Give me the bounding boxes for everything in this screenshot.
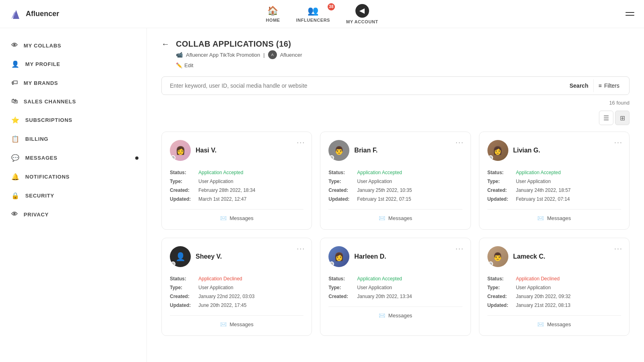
created-value: January 24th 2022, 18:57 — [516, 187, 571, 194]
card-menu-harleen-d[interactable]: ··· — [456, 245, 464, 253]
status-value: Application Accepted — [516, 169, 561, 176]
card-menu-brian-f[interactable]: ··· — [456, 138, 464, 147]
status-row: Status: Application Accepted — [170, 169, 303, 176]
status-value: Application Declined — [198, 275, 242, 282]
messages-icon: 💬 — [11, 154, 20, 162]
home-icon: 🏠 — [267, 6, 279, 16]
status-value: Application Accepted — [198, 169, 243, 176]
card-user-hasi-v: 👩 Hasi V. — [170, 140, 303, 161]
card-name-harleen-d: Harleen D. — [354, 253, 386, 260]
card-menu-hasi-v[interactable]: ··· — [297, 138, 305, 147]
created-value: February 28th 2022, 18:34 — [198, 187, 255, 194]
status-dot-hasi-v — [171, 155, 175, 160]
subscriptions-icon: ⭐ — [11, 116, 20, 124]
sidebar-item-notifications[interactable]: 🔔 NOTIFICATIONS — [0, 167, 147, 186]
sidebar: 👁 MY COLLABS 👤 MY PROFILE 🏷 MY BRANDS 🛍 … — [0, 28, 147, 362]
filter-button[interactable]: ≡ Filters — [593, 79, 624, 92]
card-name-lameck-c: Lameck C. — [513, 253, 545, 260]
updated-value: February 1st 2022, 07:15 — [357, 195, 411, 203]
view-toggle: ☰ ⊞ — [161, 111, 630, 125]
created-label: Created: — [170, 293, 196, 300]
card-name-brian-f: Brian F. — [354, 147, 378, 154]
type-value: User Application — [198, 178, 233, 185]
search-input[interactable] — [167, 77, 565, 95]
status-row: Status: Application Accepted — [328, 275, 462, 282]
status-label: Status: — [328, 169, 355, 176]
created-label: Created: — [487, 293, 514, 300]
collab-icon: 📹 — [176, 51, 183, 58]
updated-row: Updated: June 20th 2022, 17:45 — [170, 302, 303, 309]
billing-icon: 📋 — [11, 135, 20, 143]
logo[interactable]: Afluencer — [10, 8, 59, 21]
search-bar: Search ≡ Filters — [161, 76, 630, 95]
status-value: Application Declined — [516, 275, 560, 282]
nav-home[interactable]: 🏠 HOME — [266, 6, 280, 23]
status-label: Status: — [487, 275, 514, 282]
my-collabs-icon: 👁 — [11, 42, 18, 49]
search-button[interactable]: Search — [565, 79, 593, 92]
main-content: ← COLLAB APPLICATIONS (16) 📹 Afluencer A… — [147, 28, 644, 362]
sidebar-item-security[interactable]: 🔒 SECURITY — [0, 186, 147, 205]
card-info-harleen-d: Status: Application Accepted Type: User … — [328, 275, 462, 300]
status-row: Status: Application Accepted — [328, 169, 462, 176]
status-dot-sheey-v — [171, 261, 175, 266]
messages-icon-sheey-v: ✉️ — [220, 321, 227, 327]
sidebar-item-my-collabs[interactable]: 👁 MY COLLABS — [0, 36, 147, 55]
nav-influencers[interactable]: 38 👥 INFLUENCERS — [296, 6, 330, 23]
sidebar-item-subscriptions[interactable]: ⭐ SUBSCRIPTIONS — [0, 111, 147, 130]
card-avatar-lameck-c: 👨 — [487, 246, 508, 267]
type-label: Type: — [328, 284, 355, 291]
sidebar-label-my-brands: MY BRANDS — [24, 80, 58, 86]
influencers-icon: 👥 — [308, 6, 319, 16]
status-dot-lameck-c — [488, 261, 493, 266]
card-sheey-v: ··· 👤 Sheey V. Status: Application Decli… — [161, 238, 312, 336]
card-messages-livian-g[interactable]: ✉️ Messages — [487, 209, 621, 221]
page-header: ← COLLAB APPLICATIONS (16) — [161, 39, 630, 49]
messages-label-livian-g: Messages — [547, 215, 571, 221]
type-label: Type: — [487, 284, 514, 291]
status-label: Status: — [487, 169, 514, 176]
type-value: User Application — [516, 178, 551, 185]
card-messages-hasi-v[interactable]: ✉️ Messages — [170, 209, 303, 221]
status-dot-livian-g — [488, 155, 493, 160]
privacy-icon: 👁 — [11, 211, 18, 218]
grid-view-button[interactable]: ⊞ — [615, 111, 630, 125]
updated-label: Updated: — [328, 195, 355, 203]
card-messages-sheey-v[interactable]: ✉️ Messages — [170, 315, 303, 327]
card-lameck-c: ··· 👨 Lameck C. Status: Application Decl… — [479, 238, 630, 336]
type-row: Type: User Application — [170, 178, 303, 185]
type-label: Type: — [328, 178, 355, 185]
top-nav: Afluencer 🏠 HOME 38 👥 INFLUENCERS ◀ MY A… — [0, 0, 644, 28]
filter-label: Filters — [604, 82, 619, 89]
edit-link[interactable]: ✏️ Edit — [176, 62, 630, 68]
list-view-button[interactable]: ☰ — [599, 111, 613, 125]
back-button[interactable]: ← — [161, 39, 169, 49]
card-messages-lameck-c[interactable]: ✉️ Messages — [487, 315, 621, 327]
updated-value: January 21st 2022, 08:13 — [516, 302, 570, 309]
sidebar-item-privacy[interactable]: 👁 PRIVACY — [0, 205, 147, 224]
card-menu-lameck-c[interactable]: ··· — [614, 245, 623, 253]
card-brian-f: ··· 👨 Brian F. Status: Application Accep… — [320, 132, 471, 230]
updated-row: Updated: February 1st 2022, 07:15 — [328, 195, 462, 203]
hamburger-menu[interactable] — [625, 12, 634, 16]
type-value: User Application — [357, 284, 392, 291]
sidebar-item-my-profile[interactable]: 👤 MY PROFILE — [0, 55, 147, 74]
card-messages-brian-f[interactable]: ✉️ Messages — [328, 209, 462, 221]
created-value: January 22nd 2022, 03:03 — [198, 293, 254, 300]
sidebar-label-subscriptions: SUBSCRIPTIONS — [25, 117, 72, 123]
nav-my-account[interactable]: ◀ MY ACCOUNT — [346, 4, 378, 24]
page-title: COLLAB APPLICATIONS (16) — [176, 39, 291, 49]
card-avatar-sheey-v: 👤 — [170, 246, 191, 267]
sidebar-label-my-collabs: MY COLLABS — [24, 43, 62, 49]
type-row: Type: User Application — [328, 178, 462, 185]
sidebar-item-sales-channels[interactable]: 🛍 SALES CHANNELS — [0, 92, 147, 111]
sidebar-item-billing[interactable]: 📋 BILLING — [0, 130, 147, 148]
sidebar-item-messages[interactable]: 💬 MESSAGES — [0, 148, 147, 167]
card-menu-livian-g[interactable]: ··· — [614, 138, 623, 147]
card-messages-harleen-d[interactable]: ✉️ Messages — [328, 306, 462, 319]
card-menu-sheey-v[interactable]: ··· — [297, 245, 305, 253]
found-count: 16 found — [161, 100, 630, 106]
sidebar-item-my-brands[interactable]: 🏷 MY BRANDS — [0, 74, 147, 92]
card-info-sheey-v: Status: Application Declined Type: User … — [170, 275, 303, 309]
created-row: Created: January 22nd 2022, 03:03 — [170, 293, 303, 300]
